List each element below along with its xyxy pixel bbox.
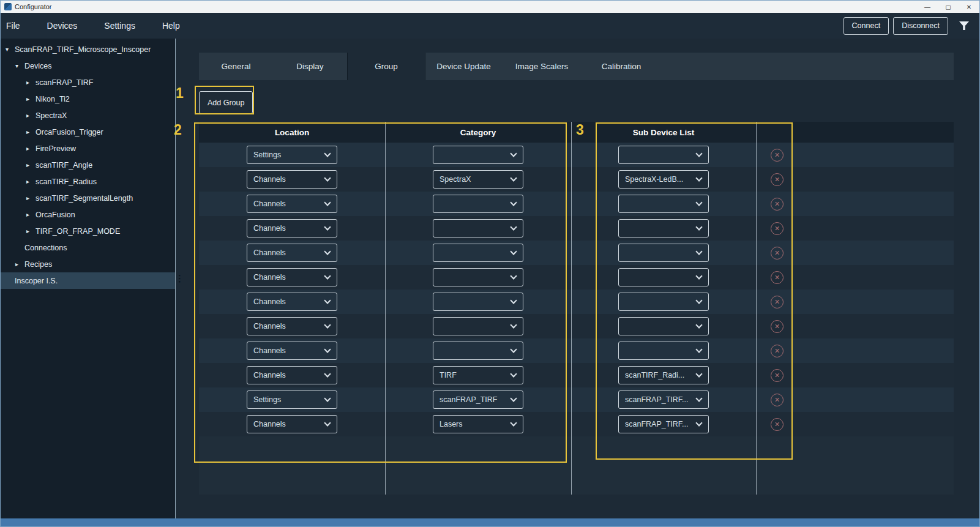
location-dropdown[interactable]: Channels: [247, 244, 337, 262]
sub-device-dropdown[interactable]: [618, 195, 709, 213]
tree-expand-icon[interactable]: [26, 145, 36, 152]
location-dropdown[interactable]: Channels: [247, 342, 337, 360]
tab[interactable]: Display: [273, 53, 347, 80]
tree-expand-icon[interactable]: [26, 211, 36, 218]
minimize-button[interactable]: —: [917, 1, 938, 13]
sub-device-dropdown[interactable]: SpectraX-LedB...: [618, 170, 709, 189]
category-dropdown[interactable]: [433, 293, 523, 311]
delete-row-icon[interactable]: [771, 320, 784, 333]
sub-device-dropdown[interactable]: [618, 244, 709, 262]
delete-row-icon[interactable]: [771, 149, 784, 162]
category-dropdown[interactable]: [433, 146, 523, 164]
category-dropdown[interactable]: SpectraX: [433, 170, 523, 189]
category-dropdown[interactable]: [433, 219, 523, 237]
delete-row-icon[interactable]: [771, 198, 784, 211]
delete-row-icon[interactable]: [771, 345, 784, 357]
location-dropdown[interactable]: Channels: [247, 170, 337, 189]
category-dropdown[interactable]: [433, 317, 523, 335]
delete-row-icon[interactable]: [771, 394, 784, 406]
location-dropdown[interactable]: Settings: [247, 146, 337, 164]
tree-item[interactable]: scanTIRF_SegmentalLength: [1, 190, 175, 206]
category-dropdown-value: Lasers: [440, 420, 507, 428]
delete-row-icon[interactable]: [771, 418, 784, 431]
disconnect-button[interactable]: Disconnect: [893, 17, 948, 35]
tree-expand-icon[interactable]: [26, 228, 36, 234]
chevron-down-icon: [324, 272, 331, 279]
tree-item[interactable]: TIRF_OR_FRAP_MODE: [1, 223, 175, 239]
window-controls: — ▢ ✕: [917, 1, 979, 13]
category-dropdown[interactable]: [433, 244, 523, 262]
tree-expand-icon[interactable]: [26, 195, 36, 201]
delete-row-icon[interactable]: [771, 247, 784, 260]
tree-item[interactable]: ScanFRAP_TIRF_Microscope_Inscoper: [1, 41, 175, 58]
tree-expand-icon[interactable]: [15, 261, 24, 267]
location-dropdown[interactable]: Channels: [247, 366, 337, 384]
delete-row-icon[interactable]: [771, 173, 784, 186]
menu-item[interactable]: Settings: [91, 13, 149, 39]
tree-expand-icon[interactable]: [26, 95, 36, 102]
sub-device-dropdown[interactable]: [618, 293, 709, 311]
menu-item[interactable]: File: [1, 13, 34, 39]
bottom-bar: [1, 518, 979, 526]
sub-device-dropdown[interactable]: [618, 146, 709, 164]
tree-expand-icon[interactable]: [26, 178, 36, 185]
tab[interactable]: General: [199, 53, 273, 80]
category-dropdown[interactable]: TIRF: [433, 366, 523, 384]
tree-item[interactable]: Devices: [1, 58, 175, 74]
actions-cell: [756, 216, 954, 241]
tree-expand-icon[interactable]: [26, 112, 36, 119]
sub-device-dropdown[interactable]: scanTIRF_Radi...: [618, 366, 709, 384]
tree-expand-icon[interactable]: [26, 129, 36, 135]
add-group-button[interactable]: Add Group: [199, 91, 253, 114]
tree-item[interactable]: scanFRAP_TIRF: [1, 74, 175, 91]
tree-item[interactable]: scanTIRF_Radius: [1, 173, 175, 190]
delete-row-icon[interactable]: [771, 369, 784, 382]
tree-item[interactable]: Recipes: [1, 256, 175, 272]
actions-cell: [756, 363, 954, 387]
tab[interactable]: Device Update: [425, 53, 502, 80]
sub-device-dropdown[interactable]: [618, 219, 709, 237]
tree-expand-icon[interactable]: [26, 79, 36, 86]
location-dropdown[interactable]: Channels: [247, 268, 337, 286]
tree-expand-icon[interactable]: [6, 46, 15, 53]
actions-cell: [756, 167, 954, 192]
location-dropdown[interactable]: Channels: [247, 293, 337, 311]
delete-row-icon[interactable]: [771, 222, 784, 235]
sub-device-dropdown[interactable]: scanFRAP_TIRF...: [618, 415, 709, 433]
sub-device-dropdown[interactable]: [618, 268, 709, 286]
delete-row-icon[interactable]: [771, 271, 784, 284]
tree-item[interactable]: FirePreview: [1, 140, 175, 157]
tree-item[interactable]: Nikon_Ti2: [1, 91, 175, 107]
tree-item[interactable]: SpectraX: [1, 107, 175, 124]
tree-expand-icon[interactable]: [26, 162, 36, 168]
tree-item[interactable]: OrcaFusion_Trigger: [1, 124, 175, 140]
location-dropdown[interactable]: Channels: [247, 219, 337, 237]
location-dropdown[interactable]: Settings: [247, 391, 337, 409]
maximize-button[interactable]: ▢: [938, 1, 959, 13]
sub-device-dropdown[interactable]: scanFRAP_TIRF...: [618, 391, 709, 409]
category-dropdown[interactable]: scanFRAP_TIRF: [433, 391, 523, 409]
location-dropdown[interactable]: Channels: [247, 317, 337, 335]
category-dropdown[interactable]: Lasers: [433, 415, 523, 433]
tree-item[interactable]: Inscoper I.S.: [1, 272, 175, 289]
tree-item[interactable]: scanTIRF_Angle: [1, 157, 175, 173]
sub-device-dropdown[interactable]: [618, 342, 709, 360]
menu-item[interactable]: Help: [149, 13, 193, 39]
location-dropdown[interactable]: Channels: [247, 195, 337, 213]
tab[interactable]: Image Scalers: [502, 53, 582, 80]
tab[interactable]: Group: [347, 53, 425, 80]
tree-item[interactable]: OrcaFusion: [1, 206, 175, 223]
tree-item[interactable]: Connections: [1, 239, 175, 256]
category-dropdown[interactable]: [433, 342, 523, 360]
tree-expand-icon[interactable]: [15, 62, 24, 69]
close-button[interactable]: ✕: [959, 1, 979, 13]
location-dropdown[interactable]: Channels: [247, 415, 337, 433]
connect-button[interactable]: Connect: [843, 17, 889, 35]
sub-device-dropdown[interactable]: [618, 317, 709, 335]
delete-row-icon[interactable]: [771, 296, 784, 308]
tab[interactable]: Calibration: [582, 53, 661, 80]
category-dropdown[interactable]: [433, 268, 523, 286]
category-dropdown[interactable]: [433, 195, 523, 213]
menu-item[interactable]: Devices: [34, 13, 91, 39]
filter-funnel-icon[interactable]: [957, 21, 971, 30]
